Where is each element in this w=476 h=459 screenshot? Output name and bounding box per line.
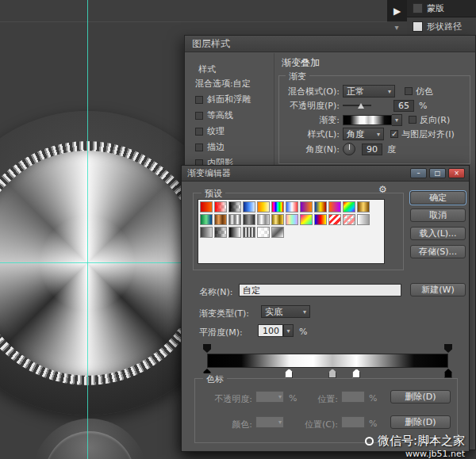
gradient-preset-swatch[interactable] xyxy=(228,227,241,238)
ls-style-item[interactable]: 等高线 xyxy=(195,109,251,121)
delete-color-stop-button[interactable]: 删除(D) xyxy=(390,415,451,429)
color-stop[interactable] xyxy=(328,369,336,378)
gradient-preset-swatch[interactable] xyxy=(200,227,213,238)
gradient-editor-dialog: 渐变编辑器 – □ × 预设 ⚙ 确定 取消 载入(L)... 存储(S)...… xyxy=(181,165,470,452)
vertical-guide[interactable] xyxy=(87,0,88,459)
gradient-preset-swatch[interactable] xyxy=(271,201,284,212)
minimize-icon[interactable]: – xyxy=(410,168,427,178)
opacity-value[interactable]: 65 xyxy=(393,100,414,112)
close-icon[interactable]: × xyxy=(448,168,465,178)
panel-collapse-strip[interactable]: ▶ xyxy=(387,0,407,21)
slider-handle-icon[interactable] xyxy=(358,103,364,109)
dialog-title: 图层样式 xyxy=(192,37,230,51)
gradient-preset-swatch[interactable] xyxy=(257,227,270,238)
gradient-preset-swatch[interactable] xyxy=(271,227,284,238)
angle-dial[interactable] xyxy=(343,143,355,155)
gradient-preview[interactable] xyxy=(343,115,392,125)
gradient-preset-swatch[interactable] xyxy=(214,214,227,225)
stop-color-position-field[interactable] xyxy=(341,416,365,428)
gradient-preset-swatch[interactable] xyxy=(243,201,255,212)
gradient-label: 渐变: xyxy=(279,114,343,126)
cancel-button[interactable]: 取消 xyxy=(410,208,466,222)
load-button[interactable]: 载入(L)... xyxy=(410,227,466,240)
gradient-preset-swatch[interactable] xyxy=(357,214,370,225)
gradient-preset-swatch[interactable] xyxy=(314,214,327,225)
angle-value[interactable]: 90 xyxy=(362,143,382,155)
align-checkbox-group[interactable]: ✓ 与图层对齐(I) xyxy=(390,128,455,140)
gradient-preset-swatch[interactable] xyxy=(214,227,227,238)
checkbox-icon[interactable] xyxy=(405,87,413,95)
stop-position-field[interactable] xyxy=(341,391,365,403)
angle-needle xyxy=(349,144,350,150)
gradient-preset-swatch[interactable] xyxy=(357,201,370,212)
gradient-preset-swatch[interactable] xyxy=(286,214,298,225)
gradient-overlay-title: 渐变叠加 xyxy=(282,56,320,70)
layer-row[interactable]: 形状路径 xyxy=(407,17,476,36)
layer-row[interactable]: 蒙版 xyxy=(407,0,476,17)
gradient-preset-swatch[interactable] xyxy=(328,214,341,225)
stop-color-swatch[interactable]: ▾ xyxy=(255,416,284,428)
save-button[interactable]: 存储(S)... xyxy=(410,245,466,258)
smoothness-dropdown-icon[interactable]: ▾ xyxy=(283,324,294,337)
delete-opacity-stop-button[interactable]: 删除(D) xyxy=(390,390,451,404)
smoothness-input[interactable] xyxy=(258,324,283,337)
ok-button[interactable]: 确定 xyxy=(410,191,466,205)
gradient-preset-swatch[interactable] xyxy=(228,201,241,212)
gradient-type-dropdown[interactable]: 实底 ▾ xyxy=(261,305,310,318)
color-stop[interactable] xyxy=(352,369,360,378)
new-button[interactable]: 新建(W) xyxy=(410,283,466,296)
opacity-stop[interactable] xyxy=(203,344,211,353)
checkbox-checked-icon[interactable]: ✓ xyxy=(390,130,398,138)
ls-style-item[interactable]: 斜面和浮雕 xyxy=(195,94,251,105)
gradient-preset-swatch[interactable] xyxy=(328,201,341,212)
layers-panel-fragment: 蒙版 形状路径 xyxy=(407,0,476,36)
opacity-slider[interactable] xyxy=(343,100,371,111)
checkbox-icon[interactable] xyxy=(195,143,203,151)
gear-icon[interactable]: ⚙ xyxy=(378,184,387,195)
gradient-preset-swatch[interactable] xyxy=(314,201,327,212)
dither-checkbox-group[interactable]: 仿色 xyxy=(405,86,433,98)
layer-style-titlebar[interactable]: 图层样式 xyxy=(185,36,475,52)
gradient-preset-swatch[interactable] xyxy=(271,214,284,225)
maximize-icon[interactable]: □ xyxy=(429,168,446,178)
gradient-preset-swatch[interactable] xyxy=(300,201,313,212)
blending-options-item[interactable]: 混合选项:自定 xyxy=(195,78,251,90)
color-stop[interactable] xyxy=(444,369,452,378)
ls-style-item[interactable]: 描边 xyxy=(195,141,251,153)
gradient-preview-bar[interactable] xyxy=(207,354,448,368)
stop-opacity-field[interactable]: ▾ xyxy=(255,391,284,403)
opacity-label: 不透明度(P): xyxy=(279,100,343,112)
gradient-preset-swatch[interactable] xyxy=(214,201,227,212)
style-dropdown[interactable]: 角度 ▾ xyxy=(343,128,384,140)
gradient-preset-swatch[interactable] xyxy=(200,214,213,225)
gradient-editor-titlebar[interactable]: 渐变编辑器 – □ × xyxy=(182,166,469,182)
gradient-dropdown-arrow-icon[interactable]: ▾ xyxy=(392,114,402,126)
gradient-preset-swatch[interactable] xyxy=(300,214,313,225)
ls-style-item[interactable]: 纹理 xyxy=(195,125,251,137)
gradient-preset-swatch[interactable] xyxy=(343,214,355,225)
gradient-preset-swatch[interactable] xyxy=(228,214,241,225)
checkbox-icon[interactable] xyxy=(195,96,203,104)
gradient-preset-swatch[interactable] xyxy=(200,201,213,212)
color-stop[interactable] xyxy=(285,369,293,378)
checkbox-icon[interactable] xyxy=(409,116,416,124)
layer-thumbnail-icon[interactable] xyxy=(413,3,423,13)
gradient-preset-swatch[interactable] xyxy=(257,214,270,225)
name-input[interactable] xyxy=(239,284,401,296)
gradient-preset-swatch[interactable] xyxy=(243,227,255,238)
gradient-preset-swatch[interactable] xyxy=(286,201,298,212)
gradient-preset-swatch[interactable] xyxy=(257,201,270,212)
layer-thumbnail-icon[interactable] xyxy=(413,21,423,32)
gradient-group-label: 渐变 xyxy=(286,71,309,82)
layer-name[interactable]: 形状路径 xyxy=(427,21,462,33)
blend-mode-dropdown[interactable]: 正常 ▾ xyxy=(343,85,395,98)
checkbox-icon[interactable] xyxy=(195,128,203,136)
gradient-preset-swatch[interactable] xyxy=(243,214,255,225)
layer-name[interactable]: 蒙版 xyxy=(427,2,444,14)
checkbox-icon[interactable] xyxy=(195,112,203,120)
opacity-stop[interactable] xyxy=(444,344,452,353)
chevron-down-icon[interactable]: ▾ xyxy=(389,22,405,33)
reverse-checkbox-group[interactable]: 反向(R) xyxy=(409,114,450,126)
smoothness-label: 平滑度(M): xyxy=(199,327,243,339)
gradient-preset-swatch[interactable] xyxy=(343,201,355,212)
